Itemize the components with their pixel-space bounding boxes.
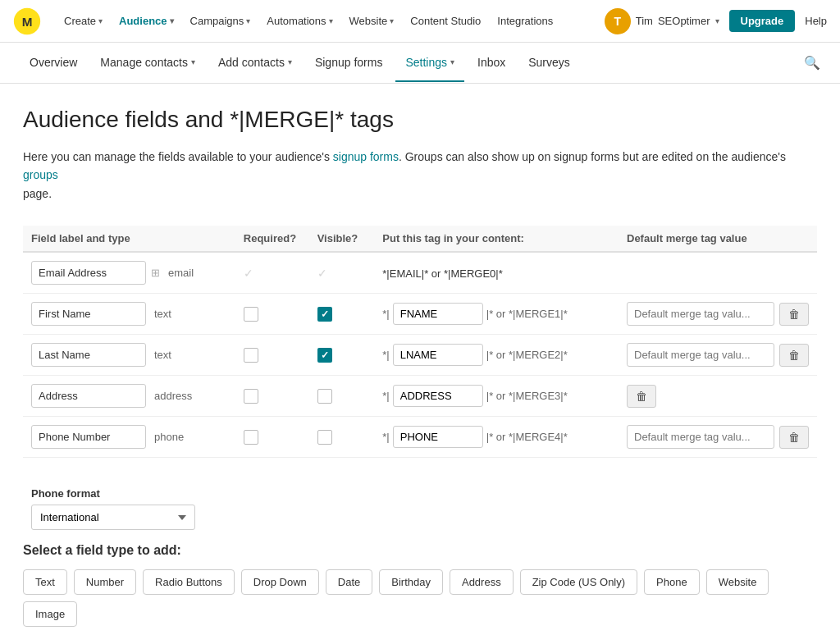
nav-settings[interactable]: Settings ▾	[395, 44, 464, 82]
delete-address[interactable]: 🗑	[627, 385, 656, 408]
field-type-image[interactable]: Image	[23, 601, 77, 627]
top-nav: M Create ▾ Audience ▾ Campaigns ▾ Automa…	[0, 0, 840, 43]
upgrade-button[interactable]: Upgrade	[729, 10, 796, 32]
field-type-email: email	[165, 267, 194, 279]
nav-audience[interactable]: Audience ▾	[112, 10, 180, 32]
nav-automations[interactable]: Automations ▾	[260, 10, 339, 32]
field-label-phone[interactable]	[31, 425, 146, 449]
field-type-buttons: Text Number Radio Buttons Drop Down Date…	[23, 569, 817, 627]
nav-integrations[interactable]: Integrations	[491, 10, 559, 32]
field-type-radio[interactable]: Radio Buttons	[143, 569, 235, 595]
visible-checkbox-firstname[interactable]	[317, 307, 332, 322]
user-chevron: ▾	[715, 16, 719, 25]
required-checkbox-lastname[interactable]	[244, 348, 258, 363]
top-nav-links: Create ▾ Audience ▾ Campaigns ▾ Automati…	[57, 10, 588, 32]
nav-surveys[interactable]: Surveys	[518, 44, 580, 82]
merge-suffix-ln: |* or *|MERGE2|*	[486, 349, 568, 361]
svg-text:M: M	[22, 14, 33, 28]
required-checkbox-firstname[interactable]	[244, 307, 258, 322]
col-merge-tag: Put this tag in your content:	[374, 226, 619, 252]
nav-create[interactable]: Create ▾	[57, 10, 109, 32]
merge-tag-input-firstname[interactable]	[393, 303, 483, 325]
merge-prefix-addr: *|	[382, 390, 389, 402]
email-field-icon: ⊞	[151, 267, 160, 279]
field-label-email[interactable]	[31, 261, 146, 285]
user-menu[interactable]: T Tim SEOptimer ▾	[605, 8, 719, 34]
field-type-firstname: text	[151, 308, 171, 320]
field-type-section: Select a field type to add: Text Number …	[23, 543, 817, 627]
phone-format-select[interactable]: International US UK	[31, 505, 195, 530]
col-required: Required?	[235, 226, 309, 252]
nav-website[interactable]: Website ▾	[343, 10, 401, 32]
field-type-zipcode[interactable]: Zip Code (US Only)	[520, 569, 637, 595]
field-type-dropdown[interactable]: Drop Down	[241, 569, 319, 595]
col-visible: Visible?	[309, 226, 375, 252]
groups-link[interactable]: groups	[23, 168, 58, 181]
nav-overview[interactable]: Overview	[20, 44, 87, 82]
main-content: Audience fields and *|MERGE|* tags Here …	[0, 84, 840, 644]
default-val-firstname[interactable]	[627, 302, 774, 326]
visible-checkbox-phone[interactable]	[317, 430, 332, 445]
table-row: text *| |* or *|MERGE1|* 🗑	[23, 294, 817, 335]
visible-checkbox-email: ✓	[317, 267, 327, 280]
field-type-phone: phone	[151, 431, 184, 443]
nav-content-studio[interactable]: Content Studio	[404, 10, 487, 32]
table-row: ⊞ email ✓ ✓ *|EMAIL|* or *|MERGE0|*	[23, 252, 817, 294]
phone-format-section: Phone format International US UK	[23, 481, 817, 543]
email-merge-tag: *|EMAIL|* or *|MERGE0|*	[382, 267, 502, 280]
page-description: Here you can manage the fields available…	[23, 148, 817, 203]
required-checkbox-address[interactable]	[244, 389, 258, 404]
signup-forms-link[interactable]: signup forms	[333, 150, 399, 163]
nav-inbox[interactable]: Inbox	[468, 44, 515, 82]
merge-suffix-phone: |* or *|MERGE4|*	[486, 431, 568, 443]
mailchimp-logo: M	[13, 7, 41, 35]
required-checkbox-phone[interactable]	[244, 430, 258, 445]
nav-signup-forms[interactable]: Signup forms	[305, 44, 392, 82]
field-label-lastname[interactable]	[31, 343, 146, 367]
table-row: address *| |* or *|MERGE3|* 🗑	[23, 376, 817, 417]
delete-phone[interactable]: 🗑	[779, 426, 809, 449]
phone-format-label: Phone format	[31, 487, 817, 500]
nav-manage-contacts[interactable]: Manage contacts ▾	[90, 44, 205, 82]
table-row: text *| |* or *|MERGE2|* 🗑	[23, 335, 817, 376]
table-row: phone *| |* or *|MERGE4|* 🗑	[23, 417, 817, 458]
second-nav: Overview Manage contacts ▾ Add contacts …	[0, 43, 840, 84]
merge-tag-input-phone[interactable]	[393, 426, 483, 448]
delete-firstname[interactable]: 🗑	[779, 303, 809, 326]
field-type-text[interactable]: Text	[23, 569, 67, 595]
default-val-phone[interactable]	[627, 425, 774, 449]
user-avatar: T	[605, 8, 631, 34]
nav-campaigns[interactable]: Campaigns ▾	[184, 10, 258, 32]
user-name: Tim	[636, 15, 653, 27]
page-title: Audience fields and *|MERGE|* tags	[23, 107, 817, 133]
visible-checkbox-lastname[interactable]	[317, 348, 332, 363]
field-type-date[interactable]: Date	[326, 569, 372, 595]
merge-prefix-ln: *|	[382, 349, 389, 361]
field-type-lastname: text	[151, 349, 171, 361]
field-type-phone[interactable]: Phone	[644, 569, 700, 595]
nav-add-contacts[interactable]: Add contacts ▾	[208, 44, 302, 82]
merge-prefix-fn: *|	[382, 308, 389, 320]
delete-lastname[interactable]: 🗑	[779, 344, 809, 367]
field-type-address: address	[151, 390, 192, 402]
field-label-firstname[interactable]	[31, 302, 146, 326]
field-type-address[interactable]: Address	[450, 569, 514, 595]
col-default-val: Default merge tag value	[619, 226, 817, 252]
merge-prefix-phone: *|	[382, 431, 389, 443]
field-label-address[interactable]	[31, 384, 146, 408]
help-link[interactable]: Help	[805, 15, 827, 27]
search-icon[interactable]: 🔍	[804, 55, 820, 71]
field-type-number[interactable]: Number	[74, 569, 136, 595]
merge-tag-input-address[interactable]	[393, 385, 483, 407]
field-type-birthday[interactable]: Birthday	[379, 569, 443, 595]
visible-checkbox-address[interactable]	[317, 389, 332, 404]
field-type-website[interactable]: Website	[706, 569, 769, 595]
col-field-label: Field label and type	[23, 226, 235, 252]
required-checkbox-email: ✓	[244, 267, 253, 280]
merge-tag-input-lastname[interactable]	[393, 344, 483, 366]
merge-suffix-addr: |* or *|MERGE3|*	[486, 390, 568, 402]
default-val-lastname[interactable]	[627, 343, 774, 367]
top-nav-right: T Tim SEOptimer ▾ Upgrade Help	[605, 8, 827, 34]
fields-table: Field label and type Required? Visible? …	[23, 226, 817, 458]
user-company: SEOptimer	[658, 15, 710, 27]
